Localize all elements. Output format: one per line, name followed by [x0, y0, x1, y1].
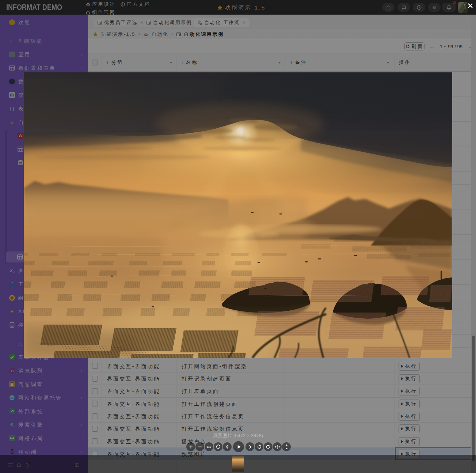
svg-text:1:1: 1:1: [207, 446, 210, 449]
